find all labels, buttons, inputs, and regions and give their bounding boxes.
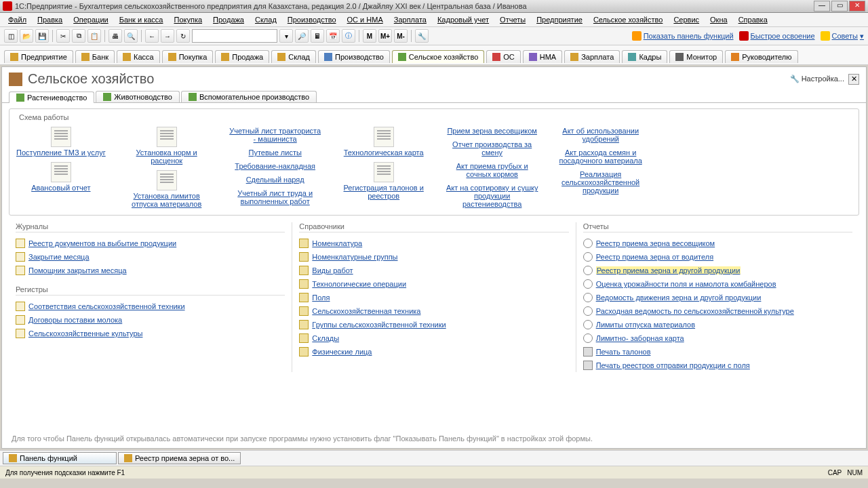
menu-Окна[interactable]: Окна xyxy=(706,14,732,25)
link[interactable]: Печать талонов xyxy=(596,348,651,356)
schema-link[interactable]: Регистрация талонов и реестров xyxy=(336,184,431,200)
schema-link[interactable]: Акт расхода семян и посадочного материал… xyxy=(553,148,648,165)
tab-warehouse[interactable]: Склад xyxy=(271,50,316,63)
tab-cash[interactable]: Касса xyxy=(117,50,160,63)
find-button[interactable]: 🔎 xyxy=(295,29,309,43)
schema-link[interactable]: Учетный лист тракториста - машиниста xyxy=(228,127,323,143)
link[interactable]: Реестр приема зерна и другой продукции xyxy=(596,266,741,274)
paste-button[interactable]: 📋 xyxy=(87,29,101,43)
menu-Справка[interactable]: Справка xyxy=(734,14,772,25)
link[interactable]: Оценка урожайности поля и намолота комба… xyxy=(596,280,776,288)
link[interactable]: Физические лица xyxy=(312,348,372,356)
link[interactable]: Лимитно- заборная карта xyxy=(596,334,684,342)
tab-production[interactable]: Производство xyxy=(318,50,390,63)
search-button[interactable]: ▾ xyxy=(279,29,293,43)
link[interactable]: Сельскохозяйственные культуры xyxy=(28,329,142,338)
menu-Правка[interactable]: Правка xyxy=(33,14,66,25)
refresh-button[interactable]: ↻ xyxy=(176,29,190,43)
menu-Склад[interactable]: Склад xyxy=(251,14,281,25)
tab-nma[interactable]: НМА xyxy=(523,50,562,63)
tab-agriculture[interactable]: Сельское хозяйство xyxy=(392,50,484,63)
schema-link[interactable]: Прием зерна весовщиком xyxy=(447,127,537,135)
menu-Производство[interactable]: Производство xyxy=(283,14,340,25)
link[interactable]: Номенклатурные группы xyxy=(312,253,397,261)
link[interactable]: Виды работ xyxy=(312,266,353,274)
menu-Сервис[interactable]: Сервис xyxy=(669,14,703,25)
link[interactable]: Соответствия сельскохозяйственной техник… xyxy=(28,302,185,310)
m-button[interactable]: M xyxy=(363,29,376,43)
schema-link[interactable]: Акт об использовании удобрений xyxy=(553,127,648,143)
menu-Предприятие[interactable]: Предприятие xyxy=(532,14,587,25)
tab-hr[interactable]: Кадры xyxy=(622,50,667,63)
tab-monitor[interactable]: Монитор xyxy=(669,50,723,63)
link[interactable]: Сельскохозяйственная техника xyxy=(312,307,420,315)
calc-button[interactable]: 🖩 xyxy=(311,29,324,43)
menu-Сельское хозяйство[interactable]: Сельское хозяйство xyxy=(589,14,667,25)
link[interactable]: Закрытие месяца xyxy=(28,253,90,261)
m-plus-button[interactable]: M+ xyxy=(378,29,392,43)
schema-link[interactable]: Акт приема грубых и сочных кормов xyxy=(445,162,540,178)
preview-button[interactable]: 🔍 xyxy=(124,29,138,43)
schema-link[interactable]: Акт на сортировку и сушку продукции раст… xyxy=(445,184,540,208)
schema-link[interactable]: Установка норм и расценок xyxy=(119,148,214,165)
new-button[interactable]: ◫ xyxy=(4,29,18,43)
link[interactable]: Реестр документов на выбытие продукции xyxy=(28,239,176,247)
schema-link[interactable]: Отчет производства за смену xyxy=(445,140,540,157)
m-minus-button[interactable]: M- xyxy=(394,29,408,43)
minimize-button[interactable]: — xyxy=(814,1,830,12)
link[interactable]: Поля xyxy=(312,293,330,302)
back-button[interactable]: ← xyxy=(145,29,159,43)
schema-link[interactable]: Поступление ТМЗ и услуг xyxy=(16,148,106,157)
link[interactable]: Расходная ведомость по сельскохозяйствен… xyxy=(596,307,794,315)
maximize-button[interactable]: ▭ xyxy=(831,1,848,12)
link[interactable]: Печать реестров отправки продукции с пол… xyxy=(596,361,750,369)
quick-start-link[interactable]: Быстрое освоение xyxy=(739,31,815,41)
schema-link[interactable]: Реализация сельскохозяйственной продукци… xyxy=(553,170,648,195)
menu-Кадровый учет[interactable]: Кадровый учет xyxy=(433,14,493,25)
link[interactable]: Номенклатура xyxy=(312,239,362,247)
copy-button[interactable]: ⧉ xyxy=(72,29,85,43)
info-button[interactable]: ⓘ xyxy=(342,29,355,43)
schema-link[interactable]: Технологическая карта xyxy=(344,148,424,157)
link[interactable]: Склады xyxy=(312,334,339,342)
menu-Продажа[interactable]: Продажа xyxy=(209,14,248,25)
schema-link[interactable]: Сдельный наряд xyxy=(246,176,304,184)
link[interactable]: Группы сельскохозяйственной техники xyxy=(312,321,446,329)
window-tab[interactable]: Панель функций xyxy=(3,452,117,464)
tab-salary[interactable]: Зарплата xyxy=(564,50,620,63)
save-button[interactable]: 💾 xyxy=(35,29,49,43)
window-tab[interactable]: Реестр приема зерна от во... xyxy=(118,452,241,464)
open-button[interactable]: 📂 xyxy=(20,29,33,43)
tab-sale[interactable]: Продажа xyxy=(215,50,269,63)
menu-Покупка[interactable]: Покупка xyxy=(170,14,206,25)
settings-link[interactable]: 🔧 Настройка... xyxy=(790,75,844,83)
menu-ОС и НМА[interactable]: ОС и НМА xyxy=(343,14,387,25)
close-button[interactable]: ✕ xyxy=(849,1,865,12)
menu-Файл[interactable]: Файл xyxy=(4,14,31,25)
schema-link[interactable]: Требование-накладная xyxy=(235,162,315,170)
menu-Отчеты[interactable]: Отчеты xyxy=(496,14,530,25)
tool-button[interactable]: 🔧 xyxy=(415,29,429,43)
show-panel-link[interactable]: Показать панель функций xyxy=(632,31,734,41)
subtab-livestock[interactable]: Животноводство xyxy=(96,91,180,102)
search-input[interactable] xyxy=(192,29,277,43)
schema-link[interactable]: Учетный лист труда и выполненных работ xyxy=(228,189,323,205)
tab-bank[interactable]: Банк xyxy=(75,50,115,63)
cut-button[interactable]: ✂ xyxy=(56,29,70,43)
subtab-crop[interactable]: Растениеводство xyxy=(9,92,94,103)
link[interactable]: Реестр приема зерна от водителя xyxy=(596,253,713,261)
schema-link[interactable]: Установка лимитов отпуска материалов xyxy=(119,192,214,208)
link[interactable]: Лимиты отпуска материалов xyxy=(596,321,695,329)
tab-enterprise[interactable]: Предприятие xyxy=(4,50,73,63)
subtab-aux[interactable]: Вспомогательное производство xyxy=(181,91,317,102)
tips-link[interactable]: Советы ▾ xyxy=(821,31,864,41)
schema-link[interactable]: Путевые листы xyxy=(248,148,301,157)
tab-manager[interactable]: Руководителю xyxy=(725,50,797,63)
tab-os[interactable]: ОС xyxy=(486,50,521,63)
calendar-button[interactable]: 📅 xyxy=(326,29,340,43)
link[interactable]: Ведомость движения зерна и другой продук… xyxy=(596,293,762,302)
print-button[interactable]: 🖶 xyxy=(108,29,122,43)
link[interactable]: Помощник закрытия месяца xyxy=(28,266,127,274)
panel-close-button[interactable]: ✕ xyxy=(848,74,859,85)
menu-Зарплата[interactable]: Зарплата xyxy=(390,14,431,25)
